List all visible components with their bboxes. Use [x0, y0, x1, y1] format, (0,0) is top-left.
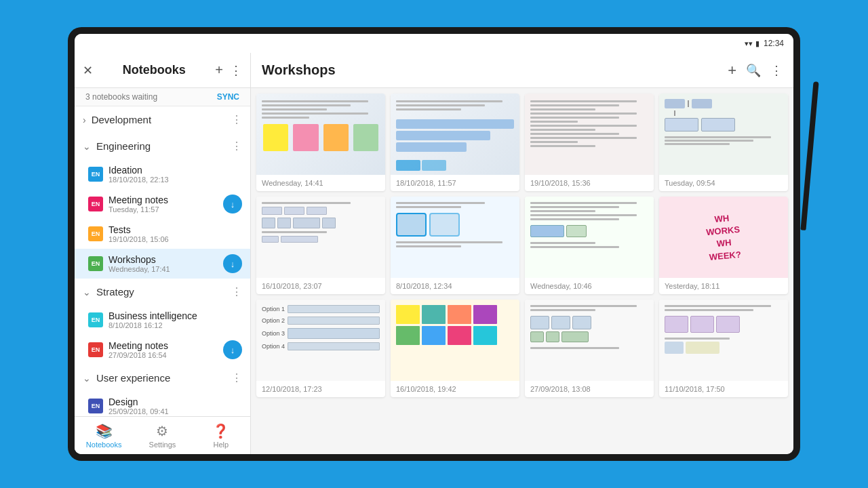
content-title: Workshops [262, 62, 336, 78]
note-footer-12: 11/10/2018, 17:50 [659, 381, 788, 397]
download-button-meeting-2[interactable]: ↓ [223, 340, 242, 359]
tablet-device: ▾▾ ▮ 12:34 ✕ Notebooks + ⋮ 3 notebooks w… [68, 27, 800, 461]
note-card-7[interactable]: Wednesday, 10:46 [525, 197, 654, 294]
help-nav-label: Help [214, 441, 229, 449]
add-note-icon[interactable]: + [728, 62, 736, 79]
sidebar-section-engineering[interactable]: ⌄ Engineering ⋮ [75, 133, 250, 159]
section-label-strategy: Strategy [96, 286, 226, 298]
note-footer-9: 12/10/2018, 17:23 [256, 381, 385, 397]
note-date-11: 27/09/2018, 13:08 [530, 385, 648, 393]
note-thumb-4 [659, 94, 788, 175]
nav-help[interactable]: ❓ Help [192, 423, 250, 449]
close-icon[interactable]: ✕ [83, 63, 93, 78]
note-date-5: 16/10/2018, 23:07 [262, 282, 380, 290]
strategy-more-icon[interactable]: ⋮ [231, 285, 242, 298]
note-card-6[interactable]: 8/10/2018, 12:34 [391, 197, 519, 294]
note-card-10[interactable]: 16/10/2018, 19:42 [391, 300, 519, 397]
note-footer-6: 8/10/2018, 12:34 [391, 278, 519, 294]
sidebar-item-business-intelligence[interactable]: EN Business intelligence 8/10/2018 16:12 [75, 305, 250, 335]
note-card-1[interactable]: Wednesday, 14:41 [256, 94, 385, 191]
notebook-icon-meeting-notes-2: EN [88, 342, 103, 357]
notebook-date-meeting: Tuesday, 11:57 [108, 205, 218, 214]
section-label: Development [92, 114, 226, 125]
sidebar-scroll[interactable]: › Development ⋮ ⌄ Engineering ⋮ EN [75, 106, 250, 416]
chevron-down-icon: ⌄ [83, 141, 91, 152]
sidebar-title: Notebooks [123, 63, 186, 77]
nav-settings[interactable]: ⚙ Settings [133, 423, 191, 449]
sidebar-item-meeting-notes[interactable]: EN Meeting notes Tuesday, 11:57 ↓ [75, 189, 250, 219]
more-options-icon[interactable]: ⋮ [230, 63, 242, 78]
notebook-name-meeting-2: Meeting notes [108, 340, 218, 351]
notebook-name-design: Design [108, 396, 242, 407]
note-card-8[interactable]: WHWORKSWHWEEK? Yesterday, 18:11 [659, 197, 788, 294]
note-card-2[interactable]: 18/10/2018, 11:57 [391, 94, 519, 191]
notes-grid: Wednesday, 14:41 [251, 88, 793, 454]
content-more-icon[interactable]: ⋮ [770, 63, 783, 78]
note-date-6: 8/10/2018, 12:34 [396, 282, 514, 290]
chevron-down-ux-icon: ⌄ [83, 373, 91, 384]
note-footer-2: 18/10/2018, 11:57 [391, 175, 519, 191]
stylus [800, 81, 818, 230]
sidebar-section-development[interactable]: › Development ⋮ [75, 106, 250, 133]
notebook-icon-tests: EN [88, 226, 103, 241]
main-area: ✕ Notebooks + ⋮ 3 notebooks waiting SYNC… [75, 53, 793, 454]
note-card-5[interactable]: 16/10/2018, 23:07 [256, 197, 385, 294]
engineering-more-icon[interactable]: ⋮ [231, 140, 242, 152]
section-more-icon[interactable]: ⋮ [231, 113, 242, 126]
note-date-4: Tuesday, 09:54 [665, 179, 783, 187]
notebook-icon-bi: EN [88, 312, 103, 327]
sync-count: 3 notebooks waiting [85, 92, 157, 102]
sidebar-section-ux[interactable]: ⌄ User experience ⋮ [75, 365, 250, 391]
nav-notebooks[interactable]: 📚 Notebooks [75, 423, 133, 449]
section-label-engineering: Engineering [96, 140, 226, 152]
content-header-actions: + 🔍 ⋮ [728, 62, 783, 79]
notebook-icon-workshops: EN [88, 256, 103, 271]
note-thumb-10 [391, 300, 519, 381]
sidebar-section-strategy[interactable]: ⌄ Strategy ⋮ [75, 279, 250, 305]
note-card-9[interactable]: Option 1 Option 2 Option 3 [256, 300, 385, 397]
settings-nav-label: Settings [149, 441, 176, 449]
note-thumb-8: WHWORKSWHWEEK? [659, 197, 788, 278]
note-thumb-12 [659, 300, 788, 381]
notebooks-nav-label: Notebooks [86, 441, 122, 449]
ux-more-icon[interactable]: ⋮ [231, 371, 242, 384]
chevron-down-strategy-icon: ⌄ [83, 287, 91, 298]
note-thumb-9: Option 1 Option 2 Option 3 [256, 300, 385, 381]
sidebar-item-meeting-notes-2[interactable]: EN Meeting notes 27/09/2018 16:54 ↓ [75, 335, 250, 365]
sidebar: ✕ Notebooks + ⋮ 3 notebooks waiting SYNC… [75, 53, 251, 454]
note-thumb-3 [525, 94, 654, 175]
tablet-screen: ▾▾ ▮ 12:34 ✕ Notebooks + ⋮ 3 notebooks w… [75, 34, 793, 454]
note-footer-5: 16/10/2018, 23:07 [256, 278, 385, 294]
notebooks-nav-icon: 📚 [96, 423, 113, 439]
note-date-2: 18/10/2018, 11:57 [396, 179, 514, 187]
note-footer-7: Wednesday, 10:46 [525, 278, 654, 294]
notebook-icon-design: EN [88, 399, 103, 413]
note-footer-1: Wednesday, 14:41 [256, 175, 385, 191]
add-notebook-icon[interactable]: + [215, 62, 223, 78]
sidebar-header-actions: + ⋮ [215, 62, 242, 78]
wifi-icon: ▾▾ [745, 39, 753, 48]
sync-bar: 3 notebooks waiting SYNC [75, 88, 250, 106]
note-card-12[interactable]: 11/10/2018, 17:50 [659, 300, 788, 397]
note-card-3[interactable]: 19/10/2018, 15:36 [525, 94, 654, 191]
bottom-nav: 📚 Notebooks ⚙ Settings ❓ Help [75, 416, 250, 454]
notebook-icon-meeting-notes: EN [88, 197, 103, 211]
download-button-meeting[interactable]: ↓ [223, 195, 242, 214]
notebook-name: Ideation [108, 165, 242, 176]
sidebar-item-design[interactable]: EN Design 25/09/2018, 09:41 [75, 391, 250, 416]
search-icon[interactable]: 🔍 [746, 63, 761, 78]
note-date-12: 11/10/2018, 17:50 [665, 385, 783, 393]
status-time: 12:34 [764, 39, 784, 48]
note-card-4[interactable]: Tuesday, 09:54 [659, 94, 788, 191]
note-date-7: Wednesday, 10:46 [530, 282, 648, 290]
note-card-11[interactable]: 27/09/2018, 13:08 [525, 300, 654, 397]
sidebar-item-workshops[interactable]: EN Workshops Wednesday, 17:41 ↓ [75, 249, 250, 279]
note-footer-10: 16/10/2018, 19:42 [391, 381, 519, 397]
chevron-right-icon: › [83, 115, 86, 125]
sync-button[interactable]: SYNC [217, 92, 239, 102]
download-button-workshops[interactable]: ↓ [223, 254, 242, 273]
notebook-name-tests: Tests [108, 224, 242, 235]
sidebar-item-ideation[interactable]: EN Ideation 18/10/2018, 22:13 [75, 159, 250, 189]
sidebar-item-tests[interactable]: EN Tests 19/10/2018, 15:06 [75, 219, 250, 249]
note-thumb-5 [256, 197, 385, 278]
